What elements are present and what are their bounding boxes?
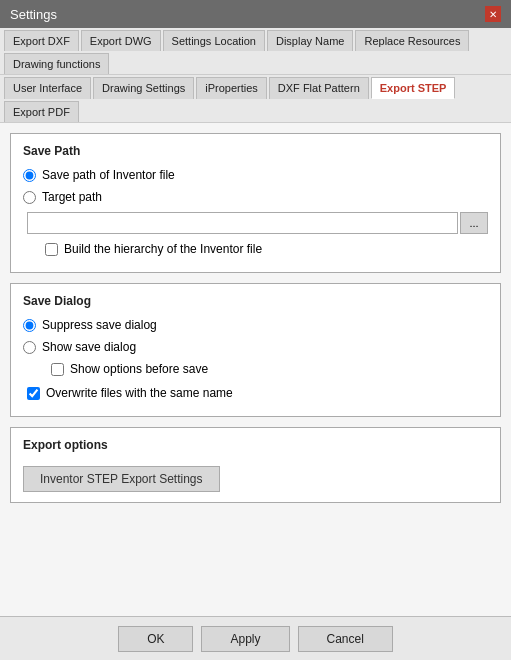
cancel-button[interactable]: Cancel (298, 626, 393, 652)
overwrite-label[interactable]: Overwrite files with the same name (46, 386, 233, 400)
footer: OK Apply Cancel (0, 616, 511, 660)
save-dialog-option2-row: Show save dialog (23, 340, 488, 354)
save-path-radio2[interactable] (23, 191, 36, 204)
export-options-section: Export options Inventor STEP Export Sett… (10, 427, 501, 503)
tabs-row-2: User Interface Drawing Settings iPropert… (0, 75, 511, 123)
inventor-step-export-button[interactable]: Inventor STEP Export Settings (23, 466, 220, 492)
tab-iproperties[interactable]: iProperties (196, 77, 267, 99)
ok-button[interactable]: OK (118, 626, 193, 652)
hierarchy-checkbox-row: Build the hierarchy of the Inventor file (23, 242, 488, 256)
tab-drawing-functions[interactable]: Drawing functions (4, 53, 109, 74)
save-path-option1-row: Save path of Inventor file (23, 168, 488, 182)
target-path-input[interactable] (27, 212, 458, 234)
hierarchy-label[interactable]: Build the hierarchy of the Inventor file (64, 242, 262, 256)
tab-export-pdf[interactable]: Export PDF (4, 101, 79, 122)
browse-button[interactable]: ... (460, 212, 488, 234)
title-bar: Settings ✕ (0, 0, 511, 28)
show-options-checkbox[interactable] (51, 363, 64, 376)
hierarchy-checkbox[interactable] (45, 243, 58, 256)
save-dialog-radio2[interactable] (23, 341, 36, 354)
tabs-row-1: Export DXF Export DWG Settings Location … (0, 28, 511, 75)
overwrite-checkbox[interactable] (27, 387, 40, 400)
save-path-radio1[interactable] (23, 169, 36, 182)
save-dialog-label2[interactable]: Show save dialog (42, 340, 136, 354)
content-area: Save Path Save path of Inventor file Tar… (0, 123, 511, 660)
tab-replace-resources[interactable]: Replace Resources (355, 30, 469, 51)
save-path-section: Save Path Save path of Inventor file Tar… (10, 133, 501, 273)
show-options-row: Show options before save (23, 362, 488, 376)
save-dialog-option1-row: Suppress save dialog (23, 318, 488, 332)
tab-display-name[interactable]: Display Name (267, 30, 353, 51)
export-options-title: Export options (23, 438, 488, 452)
tab-export-dxf[interactable]: Export DXF (4, 30, 79, 51)
apply-button[interactable]: Apply (201, 626, 289, 652)
save-dialog-label1[interactable]: Suppress save dialog (42, 318, 157, 332)
save-dialog-section: Save Dialog Suppress save dialog Show sa… (10, 283, 501, 417)
path-input-row: ... (23, 212, 488, 234)
save-path-label2[interactable]: Target path (42, 190, 102, 204)
tab-export-dwg[interactable]: Export DWG (81, 30, 161, 51)
show-options-label[interactable]: Show options before save (70, 362, 208, 376)
close-button[interactable]: ✕ (485, 6, 501, 22)
tab-user-interface[interactable]: User Interface (4, 77, 91, 99)
save-path-label1[interactable]: Save path of Inventor file (42, 168, 175, 182)
save-path-option2-row: Target path (23, 190, 488, 204)
tab-export-step[interactable]: Export STEP (371, 77, 456, 99)
window-title: Settings (10, 7, 57, 22)
tab-dxf-flat-pattern[interactable]: DXF Flat Pattern (269, 77, 369, 99)
save-dialog-radio1[interactable] (23, 319, 36, 332)
save-path-title: Save Path (23, 144, 488, 158)
tab-settings-location[interactable]: Settings Location (163, 30, 265, 51)
save-dialog-title: Save Dialog (23, 294, 488, 308)
overwrite-checkbox-row: Overwrite files with the same name (23, 386, 488, 400)
tab-drawing-settings[interactable]: Drawing Settings (93, 77, 194, 99)
